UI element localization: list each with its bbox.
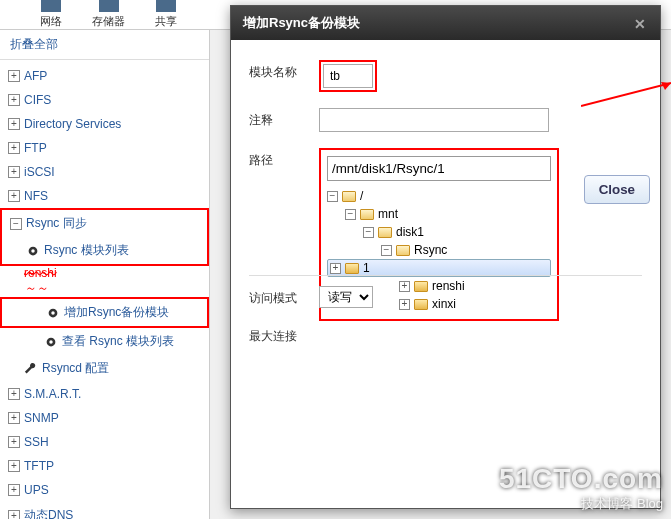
expand-icon[interactable]: +: [8, 388, 20, 400]
tree-iscsi[interactable]: +iSCSI: [0, 160, 209, 184]
expand-icon[interactable]: +: [8, 70, 20, 82]
svg-point-3: [51, 311, 55, 315]
expand-icon[interactable]: +: [8, 94, 20, 106]
expand-icon[interactable]: +: [8, 412, 20, 424]
tree-ddns[interactable]: +动态DNS: [0, 502, 209, 519]
close-button[interactable]: Close: [584, 175, 650, 204]
tree-afp[interactable]: +AFP: [0, 64, 209, 88]
tree-tftp[interactable]: +TFTP: [0, 454, 209, 478]
module-name-input[interactable]: [323, 64, 373, 88]
label-comment: 注释: [249, 108, 319, 129]
tree-rsync-module-list[interactable]: Rsync 模块列表: [2, 237, 207, 264]
collapse-all-link[interactable]: 折叠全部: [0, 30, 209, 60]
expand-icon[interactable]: +: [8, 460, 20, 472]
dialog-titlebar[interactable]: 增加Rsync备份模块 ✕: [231, 6, 660, 40]
folder-rsync[interactable]: −Rsync: [327, 241, 551, 259]
folder-icon: [345, 263, 359, 274]
expand-icon[interactable]: +: [8, 510, 20, 520]
tree-smart[interactable]: +S.M.A.R.T.: [0, 382, 209, 406]
comment-input[interactable]: [319, 108, 549, 132]
expand-icon[interactable]: +: [8, 118, 20, 130]
access-mode-select[interactable]: 读写: [319, 286, 373, 308]
gear-icon: [26, 244, 40, 258]
annotation-scribble: ～～: [0, 280, 209, 297]
expand-icon[interactable]: +: [8, 166, 20, 178]
expand-icon[interactable]: +: [8, 142, 20, 154]
add-rsync-module-dialog: 增加Rsync备份模块 ✕ 模块名称 注释 路径 −/ −mnt −disk1: [230, 5, 661, 509]
folder-disk1[interactable]: −disk1: [327, 223, 551, 241]
gear-icon: [44, 335, 58, 349]
expand-icon[interactable]: +: [8, 190, 20, 202]
expand-icon[interactable]: +: [330, 263, 341, 274]
toolbar-network[interactable]: 网络: [40, 0, 62, 29]
services-tree: +AFP +CIFS +Directory Services +FTP +iSC…: [0, 60, 209, 519]
toolbar-share[interactable]: 共享: [155, 0, 177, 29]
svg-line-6: [581, 83, 671, 106]
folder-mnt[interactable]: −mnt: [327, 205, 551, 223]
folder-icon: [378, 227, 392, 238]
tree-rsyncd-config[interactable]: Rsyncd 配置: [0, 355, 209, 382]
collapse-icon[interactable]: −: [345, 209, 356, 220]
toolbar-storage[interactable]: 存储器: [92, 0, 125, 29]
tree-cifs[interactable]: +CIFS: [0, 88, 209, 112]
annotation-arrow: [581, 78, 671, 108]
tree-nfs[interactable]: +NFS: [0, 184, 209, 208]
tree-ssh[interactable]: +SSH: [0, 430, 209, 454]
annotation-redbox: −Rsync 同步 Rsync 模块列表: [0, 208, 209, 266]
label-module-name: 模块名称: [249, 60, 319, 81]
label-path: 路径: [249, 148, 319, 169]
tree-ups[interactable]: +UPS: [0, 478, 209, 502]
expand-icon[interactable]: +: [8, 484, 20, 496]
dialog-title-text: 增加Rsync备份模块: [243, 14, 360, 32]
services-panel: 折叠全部 +AFP +CIFS +Directory Services +FTP…: [0, 30, 210, 519]
annotation-strike: renshi: [0, 266, 209, 280]
path-input[interactable]: [327, 156, 551, 181]
collapse-icon[interactable]: −: [327, 191, 338, 202]
tree-rsync[interactable]: −Rsync 同步: [2, 210, 207, 237]
collapse-icon[interactable]: −: [10, 218, 22, 230]
label-access-mode: 访问模式: [249, 286, 319, 307]
svg-point-1: [31, 249, 35, 253]
folder-root[interactable]: −/: [327, 187, 551, 205]
tree-ftp[interactable]: +FTP: [0, 136, 209, 160]
folder-icon: [342, 191, 356, 202]
folder-icon: [396, 245, 410, 256]
expand-icon[interactable]: +: [8, 436, 20, 448]
tree-view-rsync-list[interactable]: 查看 Rsync 模块列表: [0, 328, 209, 355]
tree-add-rsync-module[interactable]: 增加Rsync备份模块: [0, 297, 209, 328]
collapse-icon[interactable]: −: [381, 245, 392, 256]
collapse-icon[interactable]: −: [363, 227, 374, 238]
svg-point-5: [49, 340, 53, 344]
tree-snmp[interactable]: +SNMP: [0, 406, 209, 430]
tree-directory-services[interactable]: +Directory Services: [0, 112, 209, 136]
close-icon[interactable]: ✕: [634, 16, 648, 30]
wrench-icon: [24, 362, 38, 376]
annotation-redbox: [319, 60, 377, 92]
folder-icon: [360, 209, 374, 220]
label-max-conn: 最大连接: [249, 324, 319, 345]
gear-plus-icon: [46, 306, 60, 320]
